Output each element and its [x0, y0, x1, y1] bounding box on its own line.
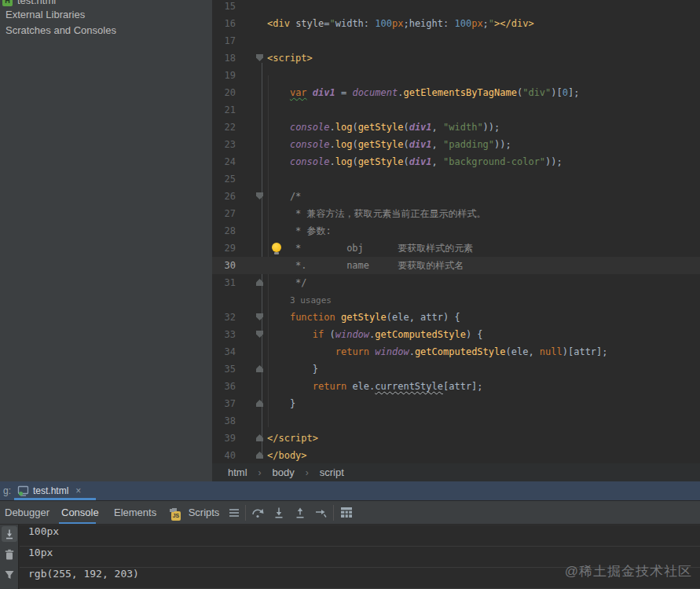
fold-end-icon[interactable]: [256, 452, 263, 459]
line-number: 38: [212, 412, 239, 430]
javascript-icon: JS: [171, 511, 181, 521]
line-number: 29: [212, 240, 239, 257]
project-panel: H test.html External Libraries Scratches…: [0, 0, 212, 481]
watermark: @稀土掘金技术社区: [565, 562, 692, 580]
tab-console[interactable]: Console: [61, 501, 99, 524]
code-line[interactable]: 20 var div1 = document.getElementsByTagN…: [212, 84, 700, 101]
breadcrumb-html[interactable]: html: [228, 466, 247, 478]
code-rows: 1516<div style="width: 100px;height: 100…: [212, 0, 700, 463]
gutter-fold-column: [239, 240, 267, 257]
code-text: return ele.currentStyle[attr];: [267, 378, 483, 395]
code-text: 3 usages: [267, 291, 332, 309]
line-number: 22: [212, 119, 239, 136]
code-text: *. name 要获取的样式名: [267, 257, 464, 274]
gutter-fold-column: [239, 447, 267, 463]
tab-scripts[interactable]: JS Scripts: [171, 501, 219, 524]
gutter-fold-column: [239, 119, 267, 136]
grid-icon[interactable]: [340, 507, 353, 518]
code-line[interactable]: 15: [212, 0, 700, 15]
gutter-fold-column: [239, 32, 267, 49]
intention-bulb-icon[interactable]: [272, 243, 281, 252]
step-out-icon[interactable]: [294, 507, 306, 519]
code-line[interactable]: 36 return ele.currentStyle[attr];: [212, 378, 700, 395]
active-tab-underline: [14, 498, 96, 500]
tree-item-label: Scratches and Consoles: [5, 23, 116, 38]
gutter-fold-column: [239, 136, 267, 153]
code-line[interactable]: 27 * 兼容方法，获取元素当前正在显示的样式。: [212, 205, 700, 222]
code-text: return window.getComputedStyle(ele, null…: [267, 343, 608, 360]
tab-elements[interactable]: Elements: [114, 501, 156, 524]
code-line[interactable]: 16<div style="width: 100px;height: 100px…: [212, 15, 700, 32]
code-text: * 兼容方法，获取元素当前正在显示的样式。: [267, 205, 486, 222]
close-icon[interactable]: ×: [75, 485, 81, 496]
code-line[interactable]: 32 function getStyle(ele, attr) {: [212, 309, 700, 326]
code-text: * 参数:: [267, 222, 332, 240]
line-number: 27: [212, 205, 239, 222]
code-line[interactable]: 22 console.log(getStyle(div1, "width"));: [212, 119, 700, 136]
menu-icon[interactable]: [228, 507, 240, 519]
toolbar-separator: [333, 505, 334, 521]
run-to-cursor-icon[interactable]: [314, 507, 328, 519]
gutter-fold-column: [239, 326, 267, 343]
gutter-fold-column: [239, 170, 267, 188]
code-line[interactable]: 17: [212, 32, 700, 49]
line-number: 16: [212, 15, 239, 32]
code-line[interactable]: 19: [212, 67, 700, 84]
fold-end-icon[interactable]: [256, 400, 263, 407]
breadcrumb: html › body › script: [212, 463, 700, 481]
gutter-fold-column: [239, 430, 267, 447]
console-line: 100px: [20, 525, 700, 547]
code-line[interactable]: 40</body>: [212, 447, 700, 463]
code-line[interactable]: 34 return window.getComputedStyle(ele, n…: [212, 343, 700, 360]
tree-item-external-libraries[interactable]: External Libraries: [5, 7, 85, 23]
fold-end-icon[interactable]: [256, 365, 263, 372]
line-number: 33: [212, 326, 239, 343]
breadcrumb-body[interactable]: body: [273, 466, 295, 478]
code-text: console.log(getStyle(div1, "width"));: [267, 119, 500, 136]
code-line[interactable]: 24 console.log(getStyle(div1, "backgroun…: [212, 153, 700, 170]
line-number: 20: [212, 84, 239, 101]
code-text: }: [267, 360, 318, 378]
code-line[interactable]: 18<script>: [212, 49, 700, 67]
code-line[interactable]: 26 /*: [212, 188, 700, 205]
fold-end-icon[interactable]: [256, 279, 263, 286]
gutter-fold-column: [239, 309, 267, 326]
code-line[interactable]: 31 */: [212, 274, 700, 291]
scroll-to-end-icon[interactable]: [2, 526, 17, 542]
code-line[interactable]: 37 }: [212, 395, 700, 412]
code-line[interactable]: 30 *. name 要获取的样式名: [212, 257, 700, 274]
line-number: 24: [212, 153, 239, 170]
fold-end-icon[interactable]: [256, 434, 263, 441]
code-line[interactable]: 21: [212, 101, 700, 119]
line-number: 30: [212, 257, 239, 274]
tree-item-scratches-consoles[interactable]: Scratches and Consoles: [5, 23, 116, 38]
code-line[interactable]: 23 console.log(getStyle(div1, "padding")…: [212, 136, 700, 153]
breadcrumb-separator: ›: [306, 467, 309, 478]
code-line[interactable]: 28 * 参数:: [212, 222, 700, 240]
fold-start-icon[interactable]: [256, 54, 263, 61]
fold-start-icon[interactable]: [256, 192, 263, 199]
code-line[interactable]: 35 }: [212, 360, 700, 378]
fold-start-icon[interactable]: [256, 313, 263, 320]
line-number: 31: [212, 274, 239, 291]
clear-console-icon[interactable]: [2, 547, 17, 562]
step-into-icon[interactable]: [273, 507, 285, 519]
step-over-icon[interactable]: [251, 507, 265, 519]
line-number: 19: [212, 67, 239, 84]
code-line[interactable]: 25: [212, 170, 700, 188]
code-editor[interactable]: 1516<div style="width: 100px;height: 100…: [212, 0, 700, 463]
code-line[interactable]: 33 if (window.getComputedStyle) {: [212, 326, 700, 343]
filter-icon[interactable]: [2, 567, 17, 583]
code-line[interactable]: 39</script>: [212, 430, 700, 447]
tab-debugger[interactable]: Debugger: [5, 501, 49, 524]
code-line[interactable]: 3 usages: [212, 291, 700, 309]
gutter-fold-column: [239, 257, 267, 274]
debug-session-tab-row: g: test.html ×: [0, 481, 700, 501]
fold-start-icon[interactable]: [256, 331, 263, 338]
breadcrumb-separator: ›: [258, 467, 262, 478]
gutter-fold-column: [239, 412, 267, 430]
breadcrumb-script[interactable]: script: [320, 466, 344, 478]
line-number: 28: [212, 222, 239, 240]
code-line[interactable]: 29 * obj 要获取样式的元素: [212, 240, 700, 257]
code-line[interactable]: 38: [212, 412, 700, 430]
